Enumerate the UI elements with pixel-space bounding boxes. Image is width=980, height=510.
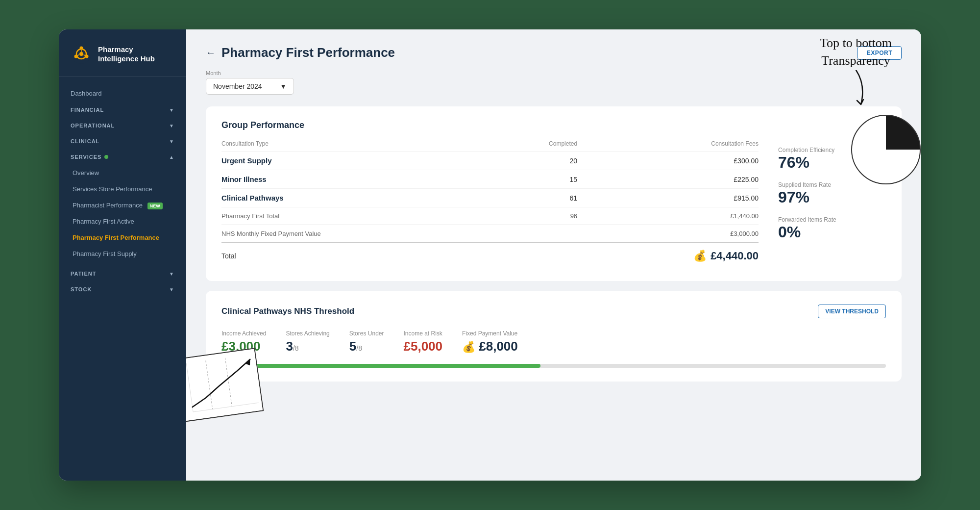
threshold-metric-value: £5,000 xyxy=(403,339,442,354)
threshold-metric-label: Income at Risk xyxy=(403,330,442,337)
svg-point-2 xyxy=(80,47,83,50)
threshold-metric-sub: /8 xyxy=(293,344,299,352)
page-title: Pharmacy First Performance xyxy=(221,45,395,60)
month-chevron-icon: ▼ xyxy=(280,82,287,90)
row-completed: 20 xyxy=(498,152,578,170)
nhs-payment-row: NHS Monthly Fixed Payment Value £3,000.0… xyxy=(221,225,759,243)
patient-chevron-icon: ▼ xyxy=(169,271,174,277)
month-dropdown[interactable]: November 2024 ▼ xyxy=(206,78,294,95)
svg-point-5 xyxy=(79,52,83,56)
page-wrapper: ← Pharmacy First Performance EXPORT Mont… xyxy=(186,29,921,397)
threshold-metric-value: 3/8 xyxy=(286,339,329,354)
threshold-card: Clinical Pathways NHS Threshold VIEW THR… xyxy=(206,291,902,382)
threshold-metric: Stores Achieving 3/8 xyxy=(286,330,329,354)
sidebar-section-clinical[interactable]: CLINICAL ▼ xyxy=(59,133,186,149)
view-threshold-button[interactable]: VIEW THRESHOLD xyxy=(818,305,886,318)
svg-point-4 xyxy=(74,55,78,58)
total-empty xyxy=(498,243,578,268)
stock-chevron-icon: ▼ xyxy=(169,287,174,292)
month-value: November 2024 xyxy=(213,82,262,90)
back-button[interactable]: ← xyxy=(206,47,216,58)
sidebar-section-services[interactable]: SERVICES ▲ xyxy=(59,149,186,165)
row-fees: £915.00 xyxy=(577,189,759,207)
total-label: Total xyxy=(221,243,498,268)
sidebar-section-operational[interactable]: OPERATIONAL ▼ xyxy=(59,118,186,133)
threshold-metric-value: 5/8 xyxy=(349,339,384,354)
row-fees: £300.00 xyxy=(577,152,759,170)
perf-metrics-section: Completion Efficiency 76% Supplied Items… xyxy=(778,120,886,267)
threshold-metric-value: 💰 £8,000 xyxy=(462,339,518,354)
services-chevron-icon: ▲ xyxy=(169,154,174,160)
overlay-chart-svg xyxy=(186,349,264,422)
total-value: 💰 £4,440.00 xyxy=(577,243,759,268)
financial-chevron-icon: ▼ xyxy=(169,107,174,113)
sidebar-section-patient[interactable]: PATIENT ▼ xyxy=(59,266,186,281)
sidebar-item-pharmacy-first-supply[interactable]: Pharmacy First Supply xyxy=(59,246,186,262)
main-content: Top to bottom Transparency ← Pharmacy Fi… xyxy=(186,29,921,481)
threshold-metric-label: Stores Under xyxy=(349,330,384,337)
metric-supplied-items-rate: Supplied Items Rate 97% xyxy=(778,181,831,206)
logo-text: Pharmacy Intelligence Hub xyxy=(98,45,155,64)
progress-bar-container xyxy=(221,364,886,368)
perf-table-section: Group Performance Consultation Type Comp… xyxy=(221,120,759,267)
export-button[interactable]: EXPORT xyxy=(858,46,902,60)
month-label: Month xyxy=(206,70,902,76)
supplied-items-rate-value: 97% xyxy=(778,188,831,206)
subtotal-row: Pharmacy First Total 96 £1,440.00 xyxy=(221,207,759,225)
threshold-metric: Income at Risk £5,000 xyxy=(403,330,442,354)
sidebar-item-dashboard[interactable]: Dashboard xyxy=(59,85,186,102)
money-bag-icon: 💰 xyxy=(693,250,707,262)
table-row: Urgent Supply 20 £300.00 xyxy=(221,152,759,170)
sidebar-section-financial[interactable]: FINANCIAL ▼ xyxy=(59,102,186,118)
threshold-metric: Fixed Payment Value 💰 £8,000 xyxy=(462,330,518,354)
sidebar-item-pharmacy-first-active[interactable]: Pharmacy First Active xyxy=(59,213,186,230)
row-fees: £225.00 xyxy=(577,170,759,189)
sidebar-logo: Pharmacy Intelligence Hub xyxy=(59,29,186,77)
sidebar-nav: Dashboard FINANCIAL ▼ OPERATIONAL ▼ CLIN… xyxy=(59,77,186,305)
metric-completion-efficiency: Completion Efficiency 76% xyxy=(778,147,834,172)
clinical-chevron-icon: ▼ xyxy=(169,139,174,144)
threshold-metric-sub: /8 xyxy=(356,344,362,352)
page-header: ← Pharmacy First Performance EXPORT xyxy=(206,45,902,60)
perf-table: Consultation Type Completed Consultation… xyxy=(221,140,759,267)
subtotal-fees: £1,440.00 xyxy=(577,207,759,225)
forwarded-items-rate-label: Forwarded Items Rate xyxy=(778,216,836,223)
subtotal-label: Pharmacy First Total xyxy=(221,207,498,225)
pie-chart xyxy=(847,110,921,189)
total-row: Total 💰 £4,440.00 xyxy=(221,243,759,268)
sidebar-item-pharmacy-first-performance[interactable]: Pharmacy First Performance xyxy=(59,230,186,246)
operational-chevron-icon: ▼ xyxy=(169,123,174,128)
page-title-row: ← Pharmacy First Performance xyxy=(206,45,395,60)
completion-efficiency-label: Completion Efficiency xyxy=(778,147,834,153)
table-row: Minor Illness 15 £225.00 xyxy=(221,170,759,189)
subtotal-completed: 96 xyxy=(498,207,578,225)
col-completed: Completed xyxy=(498,140,578,152)
row-type: Urgent Supply xyxy=(221,152,498,170)
threshold-metrics: Income Achieved £3,000 Stores Achieving … xyxy=(221,330,886,354)
row-completed: 61 xyxy=(498,189,578,207)
sidebar-item-pharmacist-performance[interactable]: Pharmacist Performance NEW xyxy=(59,197,186,213)
sidebar: Pharmacy Intelligence Hub Dashboard FINA… xyxy=(59,29,186,481)
nhs-payment-value: £3,000.00 xyxy=(577,225,759,243)
sidebar-section-stock[interactable]: STOCK ▼ xyxy=(59,281,186,297)
threshold-title: Clinical Pathways NHS Threshold xyxy=(221,306,354,316)
row-type: Clinical Pathways xyxy=(221,189,498,207)
supplied-items-rate-label: Supplied Items Rate xyxy=(778,181,831,188)
forwarded-items-rate-value: 0% xyxy=(778,223,836,241)
services-active-dot xyxy=(104,155,108,159)
group-performance-card: Group Performance Consultation Type Comp… xyxy=(206,106,902,281)
col-fees: Consultation Fees xyxy=(577,140,759,152)
month-selector: Month November 2024 ▼ xyxy=(206,70,902,95)
threshold-metric-label: Income Achieved xyxy=(221,330,266,337)
row-completed: 15 xyxy=(498,170,578,189)
completion-efficiency-value: 76% xyxy=(778,153,834,172)
chart-overlay xyxy=(186,348,264,422)
threshold-metric-label: Stores Achieving xyxy=(286,330,329,337)
group-performance-title: Group Performance xyxy=(221,120,759,130)
sidebar-item-services-store-performance[interactable]: Services Store Performance xyxy=(59,181,186,197)
metric-forwarded-items-rate: Forwarded Items Rate 0% xyxy=(778,216,836,241)
threshold-header: Clinical Pathways NHS Threshold VIEW THR… xyxy=(221,305,886,318)
pie-chart-container xyxy=(847,110,921,191)
threshold-metric: Stores Under 5/8 xyxy=(349,330,384,354)
sidebar-item-overview[interactable]: Overview xyxy=(59,165,186,181)
